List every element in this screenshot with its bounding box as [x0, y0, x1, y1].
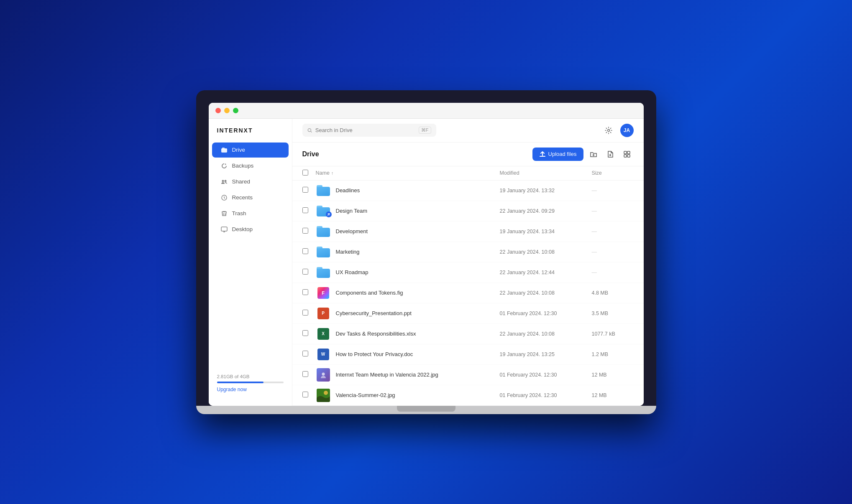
file-size: —: [592, 229, 634, 234]
search-input[interactable]: [315, 127, 415, 133]
file-modified: 22 January 2024. 10:08: [500, 331, 592, 337]
file-name: Marketing: [336, 249, 360, 255]
image-thumbnail: [317, 368, 330, 382]
table-row[interactable]: Deadlines 19 January 2024. 13:32 —: [292, 181, 644, 201]
row-checkbox[interactable]: [302, 269, 308, 275]
file-size: —: [592, 249, 634, 255]
table-row[interactable]: F Components and Tokens.fig 22 January 2…: [292, 283, 644, 303]
xlsx-file-icon: X: [316, 327, 331, 341]
file-list: Name ↑ Modified Size: [292, 166, 644, 406]
sidebar-item-desktop[interactable]: Desktop: [212, 222, 289, 237]
storage-bar-fill: [217, 382, 264, 383]
content-actions: Upload files: [532, 148, 634, 161]
new-folder-button[interactable]: [587, 148, 600, 161]
row-checkbox[interactable]: [302, 207, 308, 213]
new-file-button[interactable]: [604, 148, 617, 161]
minimize-button[interactable]: [224, 108, 230, 113]
table-row[interactable]: P Cybersecurity_Presentation.ppt 01 Febr…: [292, 303, 644, 324]
table-row[interactable]: Marketing 22 January 2024. 10:08 —: [292, 242, 644, 262]
titlebar: [209, 103, 644, 119]
search-box: ⌘F: [302, 124, 436, 137]
table-row[interactable]: Valencia-Summer-02.jpg 01 February 2024.…: [292, 385, 644, 406]
file-name: Development: [336, 228, 368, 234]
table-row[interactable]: UX Roadmap 22 January 2024. 12:44 —: [292, 262, 644, 283]
image-thumbnail: [317, 389, 330, 402]
avatar[interactable]: JA: [620, 124, 634, 137]
file-size: —: [592, 270, 634, 275]
sidebar-item-trash[interactable]: Trash: [212, 206, 289, 221]
row-checkbox[interactable]: [302, 310, 308, 316]
upgrade-link[interactable]: Upgrade now: [217, 387, 284, 392]
file-size: 1077.7 kB: [592, 331, 634, 337]
doc-file-icon: W: [316, 348, 331, 361]
file-name: Design Team: [336, 208, 368, 214]
column-size-header: Size: [592, 170, 634, 176]
table-row[interactable]: W How to Protect Your Privacy.doc 19 Jan…: [292, 344, 644, 365]
file-name: Deadlines: [336, 187, 360, 193]
new-folder-icon: [590, 150, 597, 158]
row-checkbox[interactable]: [302, 289, 308, 295]
column-name-header: Name: [316, 170, 330, 176]
sidebar-item-shared[interactable]: Shared: [212, 174, 289, 189]
upload-icon: [539, 151, 546, 158]
sidebar-item-drive-label: Drive: [232, 147, 246, 153]
laptop-base: [196, 406, 656, 414]
file-size: 1.2 MB: [592, 351, 634, 357]
upload-button[interactable]: Upload files: [532, 148, 583, 161]
row-checkbox[interactable]: [302, 351, 308, 356]
top-bar: ⌘F JA: [292, 119, 644, 143]
file-modified: 19 January 2024. 13:25: [500, 351, 592, 357]
table-row[interactable]: Internxt Team Meetup in Valencia 2022.jp…: [292, 365, 644, 385]
recents-icon: [220, 194, 228, 201]
close-button[interactable]: [215, 108, 221, 113]
grid-view-icon: [623, 150, 631, 158]
row-checkbox[interactable]: [302, 187, 308, 193]
settings-button[interactable]: [602, 124, 615, 137]
file-name: Dev Tasks & Responsibilities.xlsx: [336, 331, 416, 337]
svg-rect-9: [627, 151, 630, 154]
svg-rect-5: [221, 227, 227, 231]
sidebar-item-recents[interactable]: Recents: [212, 190, 289, 205]
file-size: —: [592, 208, 634, 214]
gear-icon: [605, 127, 612, 134]
maximize-button[interactable]: [233, 108, 238, 113]
sidebar-item-shared-label: Shared: [232, 178, 251, 185]
laptop-screen: INTERNXT Drive: [209, 103, 644, 406]
row-checkbox[interactable]: [302, 330, 308, 336]
table-row[interactable]: X Dev Tasks & Responsibilities.xlsx 22 J…: [292, 324, 644, 344]
sidebar-item-backups[interactable]: Backups: [212, 158, 289, 173]
svg-point-3: [224, 180, 226, 182]
grid-view-button[interactable]: [620, 148, 634, 161]
file-name: Valencia-Summer-02.jpg: [336, 392, 395, 398]
sort-arrow[interactable]: ↑: [331, 171, 334, 176]
svg-rect-10: [624, 155, 627, 157]
file-modified: 22 January 2024. 12:44: [500, 270, 592, 275]
row-checkbox[interactable]: [302, 392, 308, 397]
storage-label: 2.81GB of 4GB: [217, 374, 284, 379]
row-checkbox[interactable]: [302, 371, 308, 377]
sidebar-item-drive[interactable]: Drive: [212, 143, 289, 158]
sidebar-item-backups-label: Backups: [232, 163, 254, 169]
backups-icon: [220, 162, 228, 170]
ppt-file-icon: P: [316, 307, 331, 320]
content-header: Drive Upload files: [292, 143, 644, 166]
figma-file-icon: F: [316, 286, 331, 300]
svg-point-7: [607, 129, 609, 131]
row-checkbox[interactable]: [302, 228, 308, 234]
top-bar-right: JA: [602, 124, 634, 137]
folder-icon: [316, 184, 331, 197]
svg-point-13: [329, 213, 330, 214]
file-list-header: Name ↑ Modified Size: [292, 166, 644, 181]
drive-icon: [220, 146, 228, 154]
search-icon: [307, 127, 312, 133]
folder-shared-icon: [316, 204, 331, 218]
page-title: Drive: [302, 150, 319, 158]
laptop-outer: INTERNXT Drive: [196, 90, 656, 414]
svg-rect-1: [222, 148, 225, 149]
table-row[interactable]: Design Team 22 January 2024. 09:29 —: [292, 201, 644, 221]
table-row[interactable]: Development 19 January 2024. 13:34 —: [292, 221, 644, 242]
row-checkbox[interactable]: [302, 248, 308, 254]
main-content: ⌘F JA Drive: [292, 119, 644, 406]
select-all-checkbox[interactable]: [302, 170, 308, 176]
sidebar-item-trash-label: Trash: [232, 210, 246, 216]
